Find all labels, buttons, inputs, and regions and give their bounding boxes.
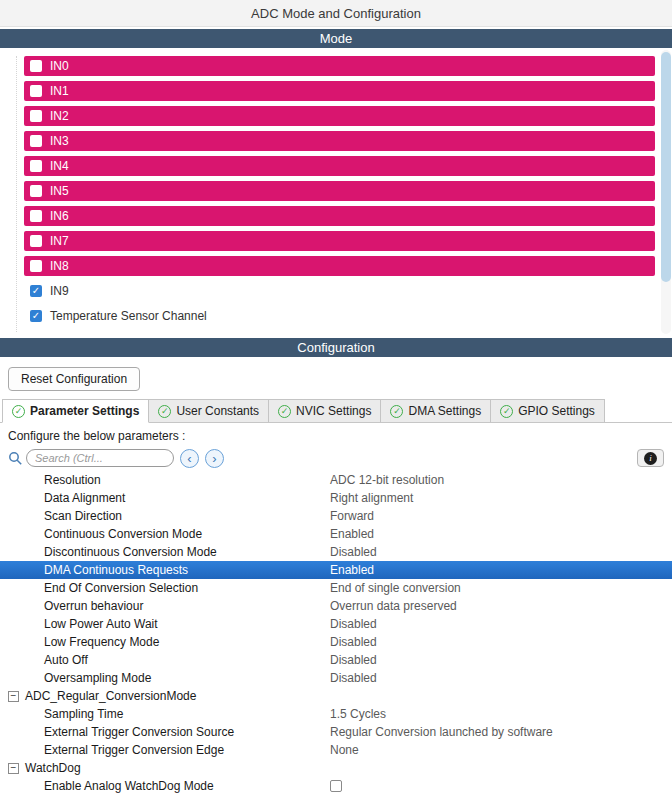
parameter-value[interactable]: Overrun data preserved	[330, 599, 457, 613]
mode-section-body: IN0 IN1 IN2 IN3 IN4 IN5 IN6 IN7 IN8 ✓ IN…	[0, 48, 672, 336]
reset-configuration-button[interactable]: Reset Configuration	[8, 367, 140, 391]
info-button[interactable]: i	[637, 449, 664, 467]
channel-row[interactable]: IN6	[24, 206, 655, 226]
parameter-value[interactable]: Disabled	[330, 617, 377, 631]
parameter-row[interactable]: Resolution ADC 12-bit resolution	[0, 471, 672, 489]
channel-checkbox[interactable]	[30, 210, 42, 222]
parameter-name: Sampling Time	[0, 707, 330, 721]
parameter-row[interactable]: Overrun behaviour Overrun data preserved	[0, 597, 672, 615]
parameter-row[interactable]: External Trigger Conversion Edge None	[0, 741, 672, 759]
channel-label: IN0	[50, 59, 69, 73]
channel-checkbox[interactable]	[30, 135, 42, 147]
parameter-table: Resolution ADC 12-bit resolution Data Al…	[0, 471, 672, 795]
channel-row[interactable]: IN4	[24, 156, 655, 176]
channel-checkbox[interactable]	[30, 60, 42, 72]
channel-row[interactable]: IN3	[24, 131, 655, 151]
parameter-row[interactable]: DMA Continuous Requests Enabled	[0, 561, 672, 579]
parameter-name: Low Power Auto Wait	[0, 617, 330, 631]
channel-list: IN0 IN1 IN2 IN3 IN4 IN5 IN6 IN7 IN8 ✓ IN…	[0, 48, 672, 326]
mode-scrollbar[interactable]	[661, 50, 671, 334]
channel-row[interactable]: IN7	[24, 231, 655, 251]
channel-checkbox[interactable]	[30, 160, 42, 172]
parameter-group-row[interactable]: − ADC_Regular_ConversionMode	[0, 687, 672, 705]
parameter-row[interactable]: External Trigger Conversion Source Regul…	[0, 723, 672, 741]
channel-row[interactable]: IN5	[24, 181, 655, 201]
channel-checkbox[interactable]	[30, 185, 42, 197]
channel-row[interactable]: ✓ Temperature Sensor Channel	[24, 306, 655, 326]
parameter-value[interactable]: Disabled	[330, 635, 377, 649]
channel-checkbox[interactable]	[30, 110, 42, 122]
settings-tab[interactable]: ✓ NVIC Settings	[268, 399, 381, 422]
parameter-row[interactable]: End Of Conversion Selection End of singl…	[0, 579, 672, 597]
channel-checkbox[interactable]: ✓	[30, 285, 42, 297]
settings-tab[interactable]: ✓ User Constants	[148, 399, 269, 422]
parameter-row[interactable]: Discontinuous Conversion Mode Disabled	[0, 543, 672, 561]
parameter-name: Enable Analog WatchDog Mode	[0, 779, 330, 793]
channel-row[interactable]: ✓ IN9	[24, 281, 655, 301]
channel-checkbox[interactable]: ✓	[30, 310, 42, 322]
parameter-row[interactable]: Oversampling Mode Disabled	[0, 669, 672, 687]
search-icon	[8, 451, 23, 466]
search-previous-button[interactable]: ‹	[180, 449, 199, 468]
search-row: ‹ › i	[8, 447, 664, 469]
settings-tab[interactable]: ✓ Parameter Settings	[2, 399, 149, 423]
parameter-value[interactable]: Disabled	[330, 653, 377, 667]
check-circle-icon: ✓	[12, 405, 25, 418]
configuration-section-header: Configuration	[0, 338, 672, 357]
channel-row[interactable]: IN1	[24, 81, 655, 101]
parameter-row[interactable]: Auto Off Disabled	[0, 651, 672, 669]
channel-label: IN1	[50, 84, 69, 98]
parameter-row[interactable]: Scan Direction Forward	[0, 507, 672, 525]
tab-label: User Constants	[176, 404, 259, 418]
parameter-row[interactable]: Continuous Conversion Mode Enabled	[0, 525, 672, 543]
collapse-icon[interactable]: −	[8, 691, 19, 702]
parameter-name: Data Alignment	[0, 491, 330, 505]
parameter-name: Resolution	[0, 473, 330, 487]
parameter-value[interactable]: Disabled	[330, 545, 377, 559]
channel-row[interactable]: IN8	[24, 256, 655, 276]
group-name: ADC_Regular_ConversionMode	[25, 689, 196, 703]
tab-label: Parameter Settings	[30, 404, 139, 418]
parameter-value[interactable]: Enabled	[330, 563, 374, 577]
channel-checkbox[interactable]	[30, 260, 42, 272]
parameter-checkbox[interactable]	[330, 780, 342, 792]
configuration-section-body: Reset Configuration ✓ Parameter Settings…	[0, 357, 672, 795]
parameter-value[interactable]: Enabled	[330, 527, 374, 541]
channel-row[interactable]: IN0	[24, 56, 655, 76]
parameter-value[interactable]: ADC 12-bit resolution	[330, 473, 444, 487]
parameter-name: Overrun behaviour	[0, 599, 330, 613]
parameter-row[interactable]: Low Frequency Mode Disabled	[0, 633, 672, 651]
search-next-button[interactable]: ›	[205, 449, 224, 468]
parameter-value[interactable]: Regular Conversion launched by software	[330, 725, 553, 739]
parameter-value[interactable]: Forward	[330, 509, 374, 523]
parameter-row[interactable]: Enable Analog WatchDog Mode	[0, 777, 672, 795]
channel-row[interactable]: IN2	[24, 106, 655, 126]
channel-label: IN6	[50, 209, 69, 223]
check-circle-icon: ✓	[158, 405, 171, 418]
parameter-row[interactable]: Sampling Time 1.5 Cycles	[0, 705, 672, 723]
search-input[interactable]	[26, 449, 174, 467]
parameter-group-row[interactable]: − WatchDog	[0, 759, 672, 777]
settings-tab[interactable]: ✓ DMA Settings	[380, 399, 491, 422]
parameter-value[interactable]: End of single conversion	[330, 581, 461, 595]
tab-label: DMA Settings	[408, 404, 481, 418]
channel-checkbox[interactable]	[30, 235, 42, 247]
parameter-row[interactable]: Low Power Auto Wait Disabled	[0, 615, 672, 633]
channel-label: IN3	[50, 134, 69, 148]
parameter-name: Low Frequency Mode	[0, 635, 330, 649]
channel-label: IN4	[50, 159, 69, 173]
collapse-icon[interactable]: −	[8, 763, 19, 774]
channel-checkbox[interactable]	[30, 85, 42, 97]
check-circle-icon: ✓	[278, 405, 291, 418]
settings-tab[interactable]: ✓ GPIO Settings	[490, 399, 605, 422]
panel-title: ADC Mode and Configuration	[251, 6, 421, 21]
parameter-row[interactable]: Data Alignment Right alignment	[0, 489, 672, 507]
check-circle-icon: ✓	[390, 405, 403, 418]
parameter-value[interactable]: Disabled	[330, 671, 377, 685]
parameter-value[interactable]: None	[330, 743, 359, 757]
mode-scrollbar-thumb[interactable]	[661, 52, 671, 282]
adc-mode-configuration-panel: ADC Mode and Configuration Mode IN0 IN1 …	[0, 0, 672, 795]
mode-section-header: Mode	[0, 29, 672, 48]
parameter-value[interactable]: 1.5 Cycles	[330, 707, 386, 721]
parameter-value[interactable]: Right alignment	[330, 491, 413, 505]
